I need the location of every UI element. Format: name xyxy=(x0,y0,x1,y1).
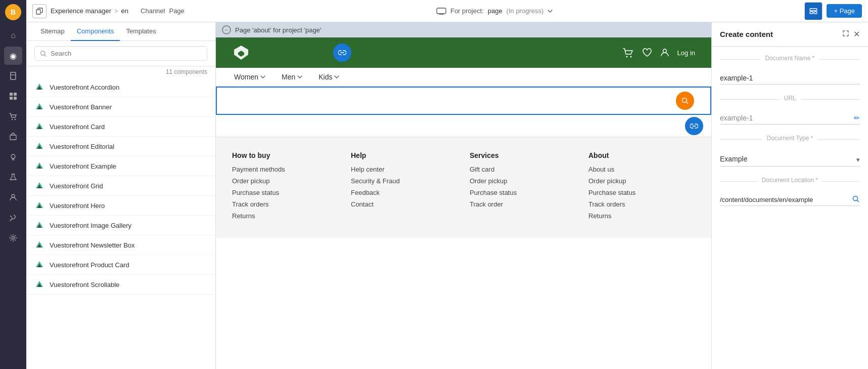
tab-components[interactable]: Components xyxy=(71,22,120,41)
sidebar-icon-bookmark[interactable] xyxy=(4,67,22,85)
expand-button[interactable] xyxy=(842,29,849,39)
list-item[interactable]: Vuestorefront Grid xyxy=(26,176,215,196)
new-tab-icon[interactable] xyxy=(32,4,47,18)
sidebar-icon-person[interactable] xyxy=(4,188,22,207)
add-page-button[interactable]: + Page xyxy=(827,4,862,18)
list-item[interactable]: Vuestorefront Editorial xyxy=(26,137,215,156)
edit-icon[interactable]: ✏ xyxy=(854,114,860,122)
svg-rect-14 xyxy=(437,8,446,14)
form-section: Document Name * URL ✏ Document Type xyxy=(712,47,868,224)
project-status: (In progress) xyxy=(507,7,544,15)
account-icon[interactable] xyxy=(660,48,669,57)
avatar[interactable]: B xyxy=(5,4,21,20)
footer-link[interactable]: Contact xyxy=(351,200,458,208)
url-input[interactable] xyxy=(720,112,854,124)
empty-row xyxy=(216,115,711,137)
footer-link[interactable]: Returns xyxy=(232,212,339,220)
preview-frame: Log in Women Men Kids xyxy=(216,37,711,369)
close-button[interactable]: ✕ xyxy=(853,29,860,39)
footer-col-help: Help Help center Security & Fraud Feedba… xyxy=(351,151,458,224)
cart-icon[interactable] xyxy=(623,48,634,58)
footer-col-how-to-buy: How to buy Payment methods Order pickup … xyxy=(232,151,339,224)
document-type-select[interactable]: Example xyxy=(720,152,860,167)
document-type-label: Document Type * xyxy=(767,135,813,142)
footer-link[interactable]: Order pickup xyxy=(232,177,339,185)
store-header: Log in xyxy=(216,37,711,68)
footer-link[interactable]: Track orders xyxy=(588,200,695,208)
footer-link[interactable]: Track orders xyxy=(232,200,339,208)
footer-link[interactable]: Payment methods xyxy=(232,166,339,173)
breadcrumb-app[interactable]: Experience manager xyxy=(51,7,111,15)
layout-view-button[interactable] xyxy=(804,2,823,20)
sidebar-icon-home[interactable]: ⌂ xyxy=(4,26,22,45)
list-item[interactable]: Vuestorefront Product Card xyxy=(26,255,215,275)
document-name-input[interactable] xyxy=(720,72,860,85)
sidebar-icon-gear[interactable] xyxy=(4,229,22,247)
chevron-down-icon[interactable] xyxy=(547,10,553,13)
footer-link[interactable]: Gift card xyxy=(470,166,576,173)
wishlist-icon[interactable] xyxy=(642,48,652,57)
page-label[interactable]: Page xyxy=(169,7,184,15)
search-button[interactable] xyxy=(676,92,694,110)
sidebar-icon-flask[interactable] xyxy=(4,168,22,186)
document-location-input[interactable] xyxy=(720,194,850,206)
list-item[interactable]: Vuestorefront Scrollable xyxy=(26,275,215,295)
link-button-header[interactable] xyxy=(333,44,351,62)
sidebar-icon-circle[interactable]: ◉ xyxy=(4,47,22,65)
tab-sitemap[interactable]: Sitemap xyxy=(34,22,71,41)
svg-rect-4 xyxy=(10,97,13,100)
breadcrumb: Experience manager > en xyxy=(51,7,128,15)
nav-item-women[interactable]: Women xyxy=(232,68,267,86)
search-location-icon[interactable] xyxy=(852,195,860,205)
right-panel: Create content ✕ Document Name * xyxy=(711,22,868,369)
link-button-search[interactable] xyxy=(685,117,703,135)
sidebar-icon-grid[interactable] xyxy=(4,87,22,105)
footer-link[interactable]: Order pickup xyxy=(588,177,695,185)
footer-col-about: About About us Order pickup Purchase sta… xyxy=(588,151,695,224)
document-name-label-group: Document Name * xyxy=(720,55,860,64)
footer-link[interactable]: Purchase status xyxy=(588,189,695,196)
svg-rect-5 xyxy=(14,97,17,100)
document-type-label-group: Document Type * xyxy=(720,135,860,144)
footer-col-services: Services Gift card Order pickup Purchase… xyxy=(470,151,576,224)
list-item[interactable]: Vuestorefront Accordion xyxy=(26,77,215,97)
icon-sidebar: B ⌂ ◉ xyxy=(0,0,26,369)
url-input-row: ✏ xyxy=(720,112,860,125)
search-input[interactable] xyxy=(51,50,202,57)
sidebar-icon-cart[interactable] xyxy=(4,107,22,126)
footer-link[interactable]: Returns xyxy=(588,212,695,220)
doc-location-row xyxy=(720,194,860,206)
svg-point-9 xyxy=(11,154,15,158)
footer-col-title: Services xyxy=(470,151,576,159)
footer-link[interactable]: Track order xyxy=(470,200,576,208)
footer-link[interactable]: Feedback xyxy=(351,189,458,196)
sidebar-icon-tools[interactable] xyxy=(4,209,22,227)
right-panel-header: Create content ✕ xyxy=(712,22,868,47)
list-item[interactable]: Vuestorefront Card xyxy=(26,117,215,137)
search-icon xyxy=(40,50,47,57)
svg-point-20 xyxy=(630,56,631,58)
url-label: URL xyxy=(784,95,796,102)
list-item[interactable]: Vuestorefront Banner xyxy=(26,97,215,117)
nav-item-men[interactable]: Men xyxy=(280,68,304,86)
footer-link[interactable]: About us xyxy=(588,166,695,173)
list-item[interactable]: Vuestorefront Image Gallery xyxy=(26,216,215,235)
footer-link[interactable]: Order pickup xyxy=(470,177,576,185)
login-button[interactable]: Log in xyxy=(677,49,695,57)
sidebar-icon-box[interactable] xyxy=(4,128,22,146)
footer-col-title: Help xyxy=(351,151,458,159)
document-type-field: Document Type * Example xyxy=(720,135,860,167)
nav-item-kids[interactable]: Kids xyxy=(316,68,341,86)
tab-templates[interactable]: Templates xyxy=(120,22,162,41)
footer-link[interactable]: Purchase status xyxy=(470,189,576,196)
breadcrumb-page[interactable]: en xyxy=(121,7,128,15)
footer-link[interactable]: Security & Fraud xyxy=(351,177,458,185)
footer-link[interactable]: Help center xyxy=(351,166,458,173)
footer-link[interactable]: Purchase status xyxy=(232,189,339,196)
channel-label[interactable]: Channel xyxy=(141,7,165,15)
list-item[interactable]: Vuestorefront Newsletter Box xyxy=(26,235,215,255)
sidebar-icon-bulb[interactable] xyxy=(4,148,22,166)
list-item[interactable]: Vuestorefront Hero xyxy=(26,196,215,216)
document-location-field: Document Location * xyxy=(720,177,860,206)
list-item[interactable]: Vuestorefront Example xyxy=(26,156,215,176)
